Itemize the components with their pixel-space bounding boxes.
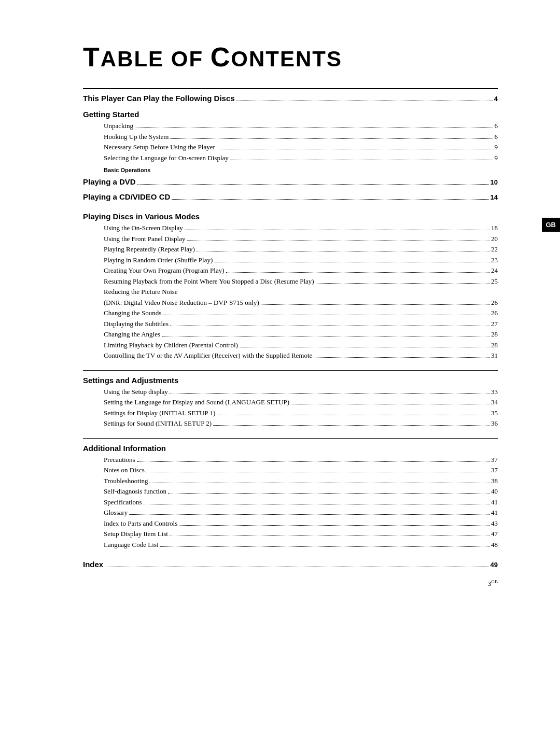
entry-text: Setup Display Item List [104, 529, 168, 539]
entry-text: Displaying the Subtitles [104, 319, 169, 329]
page: TABLE OF CONTENTS This Player Can Play t… [0, 0, 560, 614]
toc-entry-language: Selecting the Language for On-screen Dis… [104, 153, 498, 163]
section-settings: Settings and Adjustments Using the Setup… [83, 376, 498, 429]
entry-text: Playing a DVD [83, 176, 136, 188]
toc-entry-language-setup: Setting the Language for Display and Sou… [104, 397, 498, 407]
toc-page: 33 [491, 387, 498, 397]
toc-dots [146, 472, 489, 472]
toc-page: 6 [495, 132, 498, 142]
toc-entry-shuffle: Playing in Random Order (Shuffle Play) 2… [104, 255, 498, 265]
toc-page: 40 [491, 486, 498, 497]
toc-page: 37 [491, 455, 498, 465]
toc-page: 37 [491, 465, 498, 475]
toc-dots [135, 128, 493, 128]
toc-dots [217, 415, 489, 415]
toc-dots [162, 336, 489, 336]
entry-text: Changing the Angles [104, 329, 160, 340]
toc-dots [214, 262, 489, 262]
toc-entry-onscreen: Using the On-Screen Display 18 [104, 223, 498, 233]
toc-dots [144, 504, 489, 504]
toc-entry-controlling-tv: Controlling the TV or the AV Amplifier (… [104, 350, 498, 361]
entry-text: Playing Repeatedly (Repeat Play) [104, 244, 195, 255]
section-entries: Using the Setup display 33 Setting the L… [83, 387, 498, 429]
entry-text: Troubleshooting [104, 476, 148, 486]
toc-page: 34 [491, 397, 498, 407]
toc-dots [170, 326, 489, 326]
toc-entry-hooking: Hooking Up the System 6 [104, 132, 498, 142]
entry-text: Glossary [104, 508, 128, 518]
entry-text: Setting the Language for Display and Sou… [104, 397, 289, 407]
entry-text: Notes on Discs [104, 465, 145, 475]
toc-dots [185, 230, 489, 230]
settings-divider [83, 370, 498, 371]
additional-divider [83, 438, 498, 439]
toc-entry-sounds: Changing the Sounds 26 [104, 308, 498, 318]
toc-entry-self-diagnosis: Self-diagnosis function 40 [104, 486, 498, 497]
entry-text: Limiting Playback by Children (Parental … [104, 340, 238, 350]
toc-entry-unpacking: Unpacking 6 [104, 121, 498, 131]
toc-page: 36 [491, 418, 498, 429]
toc-page: 41 [491, 508, 498, 518]
toc-dots [105, 567, 488, 567]
section-additional-info: Additional Information Precautions 37 No… [83, 444, 498, 550]
toc-dots [129, 514, 489, 515]
toc-dots [291, 404, 489, 404]
entry-text: Selecting the Language for On-screen Dis… [104, 153, 229, 163]
sub-section-basic-ops: Basic Operations [83, 167, 498, 173]
toc-entry-troubleshooting: Troubleshooting 38 [104, 476, 498, 486]
toc-page: 26 [491, 308, 498, 318]
entry-text: Necessary Setup Before Using the Player [104, 142, 215, 152]
toc-dots [197, 251, 489, 251]
toc-entry-angles: Changing the Angles 28 [104, 329, 498, 340]
section-header: Settings and Adjustments [83, 376, 498, 385]
toc-page: 47 [491, 529, 498, 539]
toc-dots [137, 461, 489, 462]
entry-text: Using the Front Panel Display [104, 234, 185, 244]
toc-entry-setup-display: Using the Setup display 33 [104, 387, 498, 397]
toc-page: 26 [491, 298, 498, 308]
toc-main-entry-cd: Playing a CD/VIDEO CD 14 [83, 191, 498, 203]
toc-entry-notes-discs: Notes on Discs 37 [104, 465, 498, 475]
entry-text: Creating Your Own Program (Program Play) [104, 265, 225, 276]
toc-page: 6 [495, 121, 498, 131]
entry-text: (DNR: Digital Video Noise Reduction – DV… [104, 298, 259, 308]
entry-text: Changing the Sounds [104, 308, 161, 318]
toc-entry-text: This Player Can Play the Following Discs [83, 92, 235, 105]
entry-text: Specifications [104, 497, 142, 508]
entry-text: Using the Setup display [104, 387, 168, 397]
toc-dots [314, 357, 489, 358]
section-header: Getting Started [83, 110, 498, 119]
toc-dots [172, 199, 488, 200]
toc-entry-glossary: Glossary 41 [104, 508, 498, 518]
toc-page: 38 [491, 476, 498, 486]
section-entries: Unpacking 6 Hooking Up the System 6 Nece… [83, 121, 498, 163]
toc-dots [316, 283, 489, 284]
toc-main-entry-index: Index 49 [83, 559, 498, 571]
entry-text: Hooking Up the System [104, 132, 169, 142]
toc-entry-subtitles: Displaying the Subtitles 27 [104, 319, 498, 329]
toc-entry-specifications: Specifications 41 [104, 497, 498, 508]
toc-dots [137, 184, 489, 185]
toc-dots [160, 546, 489, 547]
toc-page: 28 [491, 329, 498, 340]
entry-text: Precautions [104, 455, 135, 465]
toc-page: 24 [491, 265, 498, 276]
toc-dots [168, 493, 489, 494]
toc-page: 35 [491, 408, 498, 418]
toc-dots [261, 304, 489, 305]
toc-page: 27 [491, 319, 498, 329]
toc-main-entry-dvd: Playing a DVD 10 [83, 176, 498, 188]
section-entries: Using the On-Screen Display 18 Using the… [83, 223, 498, 361]
toc-entry-dnr: (DNR: Digital Video Noise Reduction – DV… [104, 298, 498, 308]
section-various-modes: Playing Discs in Various Modes Using the… [83, 212, 498, 361]
toc-main-entry-discs: This Player Can Play the Following Discs… [83, 92, 498, 105]
toc-dots [226, 272, 489, 273]
toc-page: 14 [491, 192, 498, 203]
toc-page: 48 [491, 540, 498, 550]
toc-dots [236, 101, 493, 101]
toc-page: 20 [491, 234, 498, 244]
toc-page: 4 [494, 94, 498, 105]
toc-entry-frontpanel: Using the Front Panel Display 20 [104, 234, 498, 244]
page-title: TABLE OF CONTENTS [83, 41, 498, 73]
toc-entry-resume: Resuming Playback from the Point Where Y… [104, 276, 498, 287]
